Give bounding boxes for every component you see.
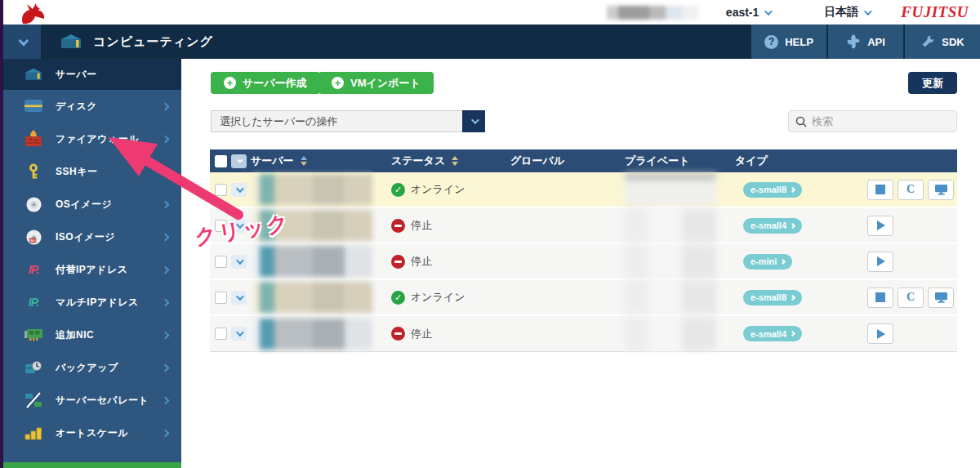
vm-import-button[interactable]: + VMインポート: [318, 72, 434, 94]
menu-collapse-button[interactable]: [3, 25, 41, 59]
private-ip-redacted: [625, 318, 716, 350]
row-expand-button[interactable]: [231, 255, 247, 269]
sidebar-item-additional-nic[interactable]: 追加NIC: [3, 319, 181, 351]
sidebar-item-os-image[interactable]: OSイメージ: [3, 188, 181, 221]
table-row[interactable]: ✓ オンライン e-small8 C: [210, 280, 957, 316]
question-icon: ?: [764, 35, 778, 49]
type-badge[interactable]: e-mini: [743, 254, 792, 270]
table-header-row: サーバー ステータス グローバル プライベート タイプ: [210, 149, 957, 172]
sidebar-item-autoscale[interactable]: オートスケール: [3, 417, 181, 449]
chevron-right-icon: [162, 331, 170, 339]
start-button[interactable]: [867, 216, 893, 236]
restart-button[interactable]: C: [898, 180, 924, 200]
table-row[interactable]: 停止 e-small4: [210, 316, 957, 352]
puzzle-icon: [846, 34, 861, 49]
sdk-label: SDK: [942, 36, 964, 48]
status-text: 停止: [411, 327, 432, 341]
start-button[interactable]: [867, 323, 893, 344]
console-button[interactable]: [928, 180, 954, 200]
column-header-server[interactable]: サーバー: [251, 154, 391, 168]
api-button[interactable]: API: [826, 25, 903, 59]
help-button[interactable]: ? HELP: [750, 25, 826, 59]
firewall-icon: [23, 129, 44, 149]
row-expand-button[interactable]: [231, 183, 247, 197]
region-label: east-1: [726, 6, 759, 19]
row-expand-button[interactable]: [231, 327, 247, 341]
row-expand-button[interactable]: [231, 291, 247, 305]
sidebar-item-multi-ip[interactable]: IP. マルチIPアドレス: [3, 286, 181, 319]
search-box[interactable]: [788, 110, 957, 132]
select-menu-button[interactable]: [231, 154, 247, 168]
status-stopped-icon: [391, 255, 405, 269]
row-checkbox[interactable]: [215, 184, 227, 196]
sidebar-item-server-separate[interactable]: サーバーセパレート: [3, 384, 181, 417]
type-badge[interactable]: e-small4: [743, 326, 802, 341]
chevron-down-icon: [236, 292, 244, 301]
account-name-redacted: [607, 6, 698, 20]
play-icon: [877, 329, 885, 339]
table-row[interactable]: ✓ オンライン e-small8 C: [210, 172, 957, 208]
server-icon: [23, 65, 44, 84]
iso-image-icon: ISO: [23, 227, 44, 247]
type-badge[interactable]: e-small8: [743, 290, 802, 305]
sidebar-item-ssh-key[interactable]: SSHキー: [3, 155, 181, 188]
sort-icon[interactable]: [452, 156, 458, 166]
chevron-down-icon: [236, 185, 244, 193]
sidebar-item-label: オートスケール: [56, 426, 128, 440]
console-monitor-icon: [934, 184, 948, 196]
os-image-icon: [23, 194, 44, 214]
sort-icon[interactable]: [301, 156, 307, 166]
chevron-right-icon: [780, 258, 786, 264]
bulk-action-dropdown-button[interactable]: [462, 110, 485, 132]
table-row[interactable]: 停止 e-small4: [210, 208, 957, 244]
app-window: east-1 日本語 FUJITSU コンピューティング ?: [3, 0, 980, 468]
cloud-service-logo-icon[interactable]: [15, 2, 52, 26]
row-checkbox[interactable]: [215, 328, 227, 340]
stop-button[interactable]: [867, 287, 893, 308]
console-button[interactable]: [928, 287, 954, 308]
type-badge[interactable]: e-small4: [743, 218, 802, 234]
sidebar-item-server[interactable]: サーバー: [3, 59, 181, 90]
row-expand-button[interactable]: [231, 219, 247, 233]
sidebar-item-disk[interactable]: ディスク: [3, 90, 181, 123]
sidebar-item-iso-image[interactable]: ISO ISOイメージ: [3, 221, 181, 253]
status-text: 停止: [411, 218, 432, 233]
row-checkbox[interactable]: [215, 292, 227, 304]
chevron-right-icon: [790, 222, 795, 228]
chevron-down-icon: [18, 35, 29, 46]
chevron-right-icon: [790, 186, 795, 192]
column-header-private: プライベート: [625, 154, 735, 168]
table-row[interactable]: 停止 e-mini: [210, 244, 957, 280]
select-all-checkbox[interactable]: [215, 155, 227, 167]
sdk-button[interactable]: SDK: [903, 25, 980, 59]
start-button[interactable]: [867, 252, 893, 272]
restart-icon: C: [906, 183, 915, 196]
sidebar-item-label: OSイメージ: [56, 198, 112, 212]
search-input[interactable]: [812, 115, 942, 127]
sidebar-item-label: 追加NIC: [56, 328, 94, 342]
row-checkbox[interactable]: [215, 256, 227, 268]
ssh-key-icon: [23, 162, 44, 181]
sidebar-item-label: マルチIPアドレス: [56, 296, 139, 310]
vm-import-label: VMインポート: [350, 76, 421, 91]
sidebar-item-backup[interactable]: バックアップ: [3, 351, 181, 384]
sidebar-bottom-strip: [3, 462, 181, 468]
create-server-button[interactable]: + サーバー作成: [211, 72, 320, 94]
bulk-action-select[interactable]: 選択したサーバーの操作: [211, 110, 485, 132]
sidebar-item-firewall[interactable]: ファイアウォール: [3, 123, 181, 155]
server-name-redacted: [253, 210, 372, 241]
sidebar-item-label: ISOイメージ: [56, 230, 115, 244]
row-checkbox[interactable]: [215, 220, 227, 232]
region-selector[interactable]: east-1: [726, 6, 770, 19]
column-header-status[interactable]: ステータス: [391, 154, 510, 168]
language-selector[interactable]: 日本語: [824, 5, 870, 20]
status-text: オンライン: [411, 290, 466, 305]
restart-button[interactable]: C: [898, 287, 924, 308]
refresh-button[interactable]: 更新: [908, 72, 957, 94]
status-text: 停止: [411, 254, 432, 269]
restart-icon: C: [906, 291, 915, 304]
sidebar-item-replacement-ip[interactable]: IP. 付替IPアドレス: [3, 253, 181, 286]
chevron-down-icon: [236, 256, 244, 265]
type-badge[interactable]: e-small8: [743, 182, 802, 198]
stop-button[interactable]: [867, 180, 893, 200]
